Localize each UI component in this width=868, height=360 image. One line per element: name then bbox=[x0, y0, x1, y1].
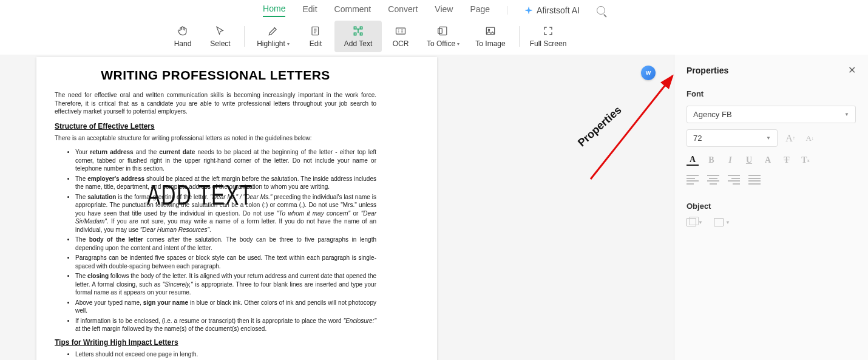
fullscreen-icon bbox=[542, 25, 554, 37]
distribute-icon bbox=[714, 218, 724, 226]
properties-panel: Properties ✕ Font Agency FB ▼ 72 ▼ A↑ A↓… bbox=[674, 55, 868, 360]
sparkle-icon bbox=[524, 6, 533, 15]
add-text-label: Add Text bbox=[344, 39, 372, 48]
to-image-label: To Image bbox=[475, 39, 505, 48]
document-canvas[interactable]: WRITING PROFESSIONAL LETTERS The need fo… bbox=[0, 55, 674, 360]
hand-tool-button[interactable]: Hand bbox=[164, 21, 202, 52]
highlight-tool-button[interactable]: Highlight▾ bbox=[249, 21, 297, 52]
to-office-button[interactable]: To Office▾ bbox=[419, 21, 467, 52]
subscript-button[interactable]: Tx bbox=[799, 154, 812, 166]
list-item: Above your typed name, sign your name in… bbox=[75, 299, 376, 315]
align-right-button[interactable] bbox=[728, 175, 740, 185]
cursor-icon bbox=[214, 25, 226, 37]
list-item: The body of the letter comes after the s… bbox=[75, 236, 376, 252]
font-size-value: 72 bbox=[693, 134, 702, 143]
chevron-down-icon: ▼ bbox=[844, 112, 849, 117]
tab-home[interactable]: Home bbox=[263, 4, 285, 17]
chevron-down-icon: ▼ bbox=[766, 135, 771, 141]
list-item: If information is to be enclosed, (i.e. … bbox=[75, 317, 376, 333]
edit-label: Edit bbox=[310, 39, 322, 48]
arrange-icon bbox=[687, 218, 696, 226]
full-screen-label: Full Screen bbox=[530, 39, 567, 48]
font-section-label: Font bbox=[687, 89, 856, 98]
search-icon[interactable] bbox=[597, 6, 605, 15]
object-distribute-dropdown[interactable]: ▼ bbox=[714, 218, 730, 226]
chevron-down-icon: ▼ bbox=[698, 220, 703, 225]
doc-intro: The need for effective oral and written … bbox=[55, 91, 376, 116]
align-justify-button[interactable] bbox=[748, 175, 761, 185]
font-family-value: Agency FB bbox=[693, 110, 732, 119]
edit-tool-button[interactable]: Edit bbox=[297, 21, 334, 52]
edit-icon bbox=[310, 25, 322, 37]
grow-font-button[interactable]: A↑ bbox=[784, 132, 797, 145]
to-office-label: To Office bbox=[427, 39, 455, 48]
add-text-icon bbox=[352, 25, 364, 37]
page-type-badge[interactable]: W bbox=[641, 66, 656, 80]
tab-view[interactable]: View bbox=[435, 4, 453, 16]
ocr-button[interactable]: OCR bbox=[382, 21, 419, 52]
doc-heading-tips: Tips for Writing High Impact Letters bbox=[55, 338, 376, 347]
select-tool-button[interactable]: Select bbox=[202, 21, 239, 52]
ai-label: Afirstsoft AI bbox=[537, 5, 580, 15]
alignment-toolbar bbox=[687, 175, 856, 185]
bold-button[interactable]: B bbox=[705, 154, 717, 166]
document-page[interactable]: WRITING PROFESSIONAL LETTERS The need fo… bbox=[36, 57, 437, 360]
doc-tips-list: Letters should not exceed one page in le… bbox=[55, 350, 376, 361]
format-toolbar: A B I U A T Tx bbox=[687, 154, 856, 166]
font-size-dropdown[interactable]: 72 ▼ bbox=[687, 129, 778, 147]
font-color-button[interactable]: A bbox=[687, 155, 699, 166]
object-arrange-dropdown[interactable]: ▼ bbox=[687, 218, 703, 226]
svg-rect-3 bbox=[438, 29, 442, 33]
close-icon[interactable]: ✕ bbox=[848, 64, 856, 76]
tab-page[interactable]: Page bbox=[470, 4, 490, 16]
select-label: Select bbox=[210, 39, 230, 48]
chevron-down-icon: ▼ bbox=[725, 220, 730, 225]
header: Home Edit Comment Convert View Page Afir… bbox=[0, 0, 868, 55]
list-item: Your return address and the current date… bbox=[75, 148, 376, 173]
separator bbox=[244, 26, 245, 47]
main-tabs: Home Edit Comment Convert View Page Afir… bbox=[0, 0, 868, 18]
hand-label: Hand bbox=[174, 39, 192, 48]
italic-button[interactable]: I bbox=[724, 154, 736, 166]
object-toolbar: ▼ ▼ bbox=[687, 218, 856, 226]
chevron-down-icon: ▾ bbox=[457, 41, 459, 47]
text-effect-button[interactable]: A bbox=[762, 154, 774, 166]
object-section-label: Object bbox=[687, 202, 856, 211]
svg-point-5 bbox=[488, 29, 490, 31]
annotation-label: Properties bbox=[575, 104, 624, 149]
hand-icon bbox=[177, 25, 189, 37]
office-icon bbox=[437, 25, 449, 37]
ocr-label: OCR bbox=[393, 39, 409, 48]
svg-rect-1 bbox=[396, 28, 405, 34]
properties-title: Properties bbox=[687, 66, 728, 75]
added-text-object[interactable]: ADD TEXT bbox=[147, 178, 253, 211]
highlighter-icon bbox=[267, 25, 279, 37]
doc-structure-lead: There is an acceptable structure for wri… bbox=[55, 134, 376, 143]
image-icon bbox=[484, 25, 497, 37]
highlight-label: Highlight bbox=[257, 39, 285, 48]
shrink-font-button[interactable]: A↓ bbox=[803, 132, 816, 145]
font-family-dropdown[interactable]: Agency FB ▼ bbox=[687, 106, 856, 123]
list-item: The closing follows the body of the lett… bbox=[75, 272, 376, 297]
to-image-button[interactable]: To Image bbox=[467, 21, 514, 52]
align-center-button[interactable] bbox=[707, 175, 719, 185]
tab-ai[interactable]: Afirstsoft AI bbox=[524, 5, 580, 15]
underline-button[interactable]: U bbox=[743, 154, 755, 166]
tab-convert[interactable]: Convert bbox=[388, 4, 418, 16]
tab-edit[interactable]: Edit bbox=[302, 4, 317, 16]
full-screen-button[interactable]: Full Screen bbox=[524, 21, 572, 52]
properties-header: Properties ✕ bbox=[687, 64, 856, 76]
list-item: Letters should not exceed one page in le… bbox=[75, 350, 376, 359]
toolbar-ribbon: Hand Select Highlight▾ Edit Add Text bbox=[0, 18, 868, 55]
chevron-down-icon: ▾ bbox=[287, 41, 290, 47]
add-text-button[interactable]: Add Text bbox=[334, 21, 382, 52]
doc-heading-structure: Structure of Effective Letters bbox=[55, 122, 376, 131]
ocr-icon bbox=[395, 25, 407, 37]
doc-structure-list: Your return address and the current date… bbox=[55, 148, 376, 333]
separator bbox=[519, 26, 520, 47]
tab-comment[interactable]: Comment bbox=[334, 4, 371, 16]
strikethrough-button[interactable]: T bbox=[781, 154, 793, 166]
doc-title: WRITING PROFESSIONAL LETTERS bbox=[55, 68, 376, 83]
align-left-button[interactable] bbox=[687, 175, 699, 185]
workspace: WRITING PROFESSIONAL LETTERS The need fo… bbox=[0, 55, 868, 360]
